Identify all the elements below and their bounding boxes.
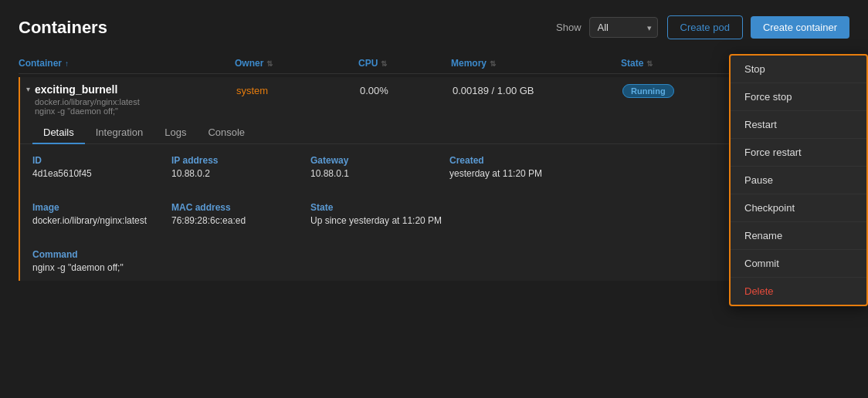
- create-pod-button[interactable]: Create pod: [667, 15, 743, 39]
- create-container-button[interactable]: Create container: [751, 16, 849, 39]
- detail-group: MAC address76:89:28:6c:ea:ed: [171, 202, 310, 226]
- col-cpu-header[interactable]: CPU ⇅: [358, 58, 451, 69]
- col-memory-label: Memory: [451, 58, 487, 69]
- sort-icon-memory: ⇅: [490, 59, 496, 68]
- col-cpu-label: CPU: [358, 58, 378, 69]
- sort-icon-cpu: ⇅: [381, 59, 387, 68]
- menu-item-delete[interactable]: Delete: [731, 278, 866, 305]
- context-menu: Stop Force stop Restart Force restart Pa…: [729, 54, 868, 306]
- container-memory: 0.00189 / 1.00 GB: [453, 83, 622, 96]
- col-owner-header[interactable]: Owner ⇅: [235, 58, 358, 69]
- menu-item-stop[interactable]: Stop: [731, 56, 866, 83]
- tab-integration[interactable]: Integration: [85, 122, 154, 144]
- col-container-label: Container: [19, 58, 62, 69]
- menu-item-pause[interactable]: Pause: [731, 167, 866, 194]
- col-state-label: State: [621, 58, 643, 69]
- menu-item-force-stop[interactable]: Force stop: [731, 83, 866, 111]
- container-name-group: exciting_burnell docker.io/library/nginx…: [35, 83, 140, 116]
- sort-icon-owner: ⇅: [266, 59, 273, 68]
- command-label: Command: [32, 249, 837, 260]
- container-row: ▾ exciting_burnell docker.io/library/ngi…: [19, 77, 849, 281]
- container-name-col: ▾ exciting_burnell docker.io/library/ngi…: [20, 83, 236, 116]
- tab-details[interactable]: Details: [32, 122, 85, 144]
- col-memory-header[interactable]: Memory ⇅: [451, 58, 621, 69]
- detail-group: Gateway10.88.0.1: [310, 155, 449, 179]
- sort-icon-state: ⇅: [646, 59, 653, 68]
- show-select[interactable]: All Running Stopped: [589, 17, 658, 38]
- menu-item-rename[interactable]: Rename: [731, 222, 866, 250]
- expand-icon[interactable]: ▾: [26, 85, 30, 93]
- col-state-header[interactable]: State ⇅: [621, 58, 744, 69]
- header: Containers Show All Running Stopped Crea…: [19, 15, 849, 39]
- col-container-header[interactable]: Container ↑: [19, 58, 235, 69]
- container-owner: system: [236, 83, 360, 96]
- tab-logs[interactable]: Logs: [154, 122, 197, 144]
- container-cmd: nginx -g "daemon off;": [35, 106, 140, 116]
- command-value: nginx -g "daemon off;": [32, 262, 837, 273]
- show-select-wrapper[interactable]: All Running Stopped: [589, 17, 658, 38]
- container-image: docker.io/library/nginx:latest: [35, 97, 140, 106]
- state-badge: Running: [622, 84, 674, 98]
- page-title: Containers: [19, 18, 556, 38]
- page-wrapper: Containers Show All Running Stopped Crea…: [0, 0, 868, 398]
- container-main-row: ▾ exciting_burnell docker.io/library/ngi…: [20, 77, 849, 119]
- detail-group: ID4d1ea5610f45: [32, 155, 171, 179]
- menu-item-checkpoint[interactable]: Checkpoint: [731, 194, 866, 222]
- detail-group: IP address10.88.0.2: [171, 155, 310, 179]
- menu-item-commit[interactable]: Commit: [731, 250, 866, 278]
- menu-item-force-restart[interactable]: Force restart: [731, 139, 866, 167]
- show-label: Show: [556, 22, 581, 33]
- command-row: Command nginx -g "daemon off;": [20, 249, 849, 281]
- container-state: Running: [622, 83, 746, 96]
- sort-arrow-container: ↑: [65, 59, 69, 68]
- container-name: exciting_burnell: [35, 83, 140, 96]
- details-panel: ID4d1ea5610f45IP address10.88.0.2Gateway…: [20, 144, 849, 249]
- menu-item-restart[interactable]: Restart: [731, 111, 866, 139]
- table-header: Container ↑ Owner ⇅ CPU ⇅ Memory ⇅ State…: [19, 53, 849, 74]
- tabs-row: Details Integration Logs Console: [20, 122, 849, 144]
- col-owner-label: Owner: [235, 58, 263, 69]
- container-cpu: 0.00%: [360, 83, 453, 96]
- tab-console[interactable]: Console: [197, 122, 256, 144]
- detail-group: Imagedocker.io/library/nginx:latest: [32, 202, 171, 226]
- table-container: Container ↑ Owner ⇅ CPU ⇅ Memory ⇅ State…: [19, 53, 849, 383]
